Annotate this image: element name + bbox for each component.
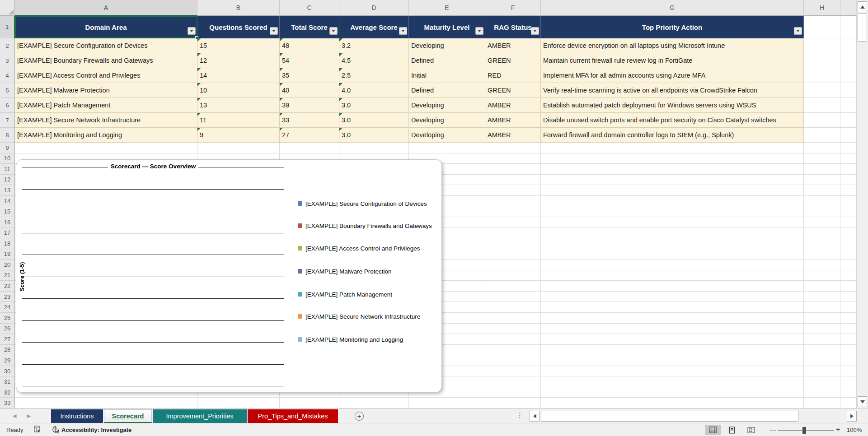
cell-H12[interactable] (804, 175, 840, 186)
sheet-tab-instructions[interactable]: Instructions (51, 409, 103, 423)
cell-x9[interactable] (840, 143, 856, 153)
zoom-level-label[interactable]: 100% (847, 427, 862, 433)
cell-G12[interactable] (541, 175, 804, 186)
cell-empty[interactable] (840, 16, 856, 38)
cell-H9[interactable] (804, 143, 840, 153)
cell-F17[interactable] (485, 227, 541, 238)
cell-B33[interactable] (197, 398, 280, 408)
cell-H29[interactable] (804, 355, 840, 366)
cell-F15[interactable] (485, 206, 541, 217)
cell-H31[interactable] (804, 376, 840, 387)
sheet-tab-pro_tips_and_mistakes[interactable]: Pro_Tips_and_Mistakes (248, 409, 338, 423)
cell-x11[interactable] (840, 164, 856, 175)
cell-G28[interactable] (541, 345, 804, 356)
column-header-B[interactable]: B (197, 0, 280, 16)
cell-D33[interactable] (339, 398, 409, 408)
cell-C5[interactable]: 40 (280, 83, 339, 98)
tab-nav-left-icon[interactable]: ◀ (13, 413, 16, 419)
row-header-3[interactable]: 3 (0, 53, 15, 68)
cell-x21[interactable] (840, 270, 856, 281)
cell-E4[interactable]: Initial (409, 68, 485, 83)
cell-empty[interactable] (840, 68, 856, 83)
accessibility-status-label[interactable]: Accessibility: Investigate (61, 427, 131, 433)
cell-D9[interactable] (339, 143, 409, 153)
cell-G9[interactable] (541, 143, 804, 153)
cell-F31[interactable] (485, 376, 541, 387)
cell-E3[interactable]: Defined (409, 53, 485, 68)
cell-H30[interactable] (804, 366, 840, 377)
row-header-9[interactable]: 9 (0, 143, 15, 153)
cell-H32[interactable] (804, 387, 840, 398)
cell-D2[interactable]: 3.2 (339, 38, 409, 53)
cell-F5[interactable]: GREEN (485, 83, 541, 98)
row-header-30[interactable]: 30 (0, 366, 15, 377)
cell-B4[interactable]: 14 (197, 68, 280, 83)
cell-G4[interactable]: Implement MFA for all admin accounts usi… (541, 68, 804, 83)
cell-C6[interactable]: 39 (280, 98, 339, 113)
row-header-5[interactable]: 5 (0, 83, 15, 98)
cell-A8[interactable]: [EXAMPLE] Monitoring and Logging (15, 128, 197, 143)
cell-x14[interactable] (840, 196, 856, 207)
cell-B5[interactable]: 10 (197, 83, 280, 98)
cell-G19[interactable] (541, 249, 804, 260)
column-header-D[interactable]: D (339, 0, 409, 16)
cell-x18[interactable] (840, 238, 856, 249)
cell-F16[interactable] (485, 217, 541, 228)
cell-E5[interactable]: Defined (409, 83, 485, 98)
macro-record-icon[interactable] (33, 426, 41, 434)
cell-F20[interactable] (485, 260, 541, 270)
cell-x25[interactable] (840, 313, 856, 324)
cell-x27[interactable] (840, 334, 856, 345)
cell-G22[interactable] (541, 281, 804, 292)
sheet-tab-scorecard[interactable]: Scorecard (104, 409, 152, 423)
cell-A3[interactable]: [EXAMPLE] Boundary Firewalls and Gateway… (15, 53, 197, 68)
cell-G7[interactable]: Disable unused switch ports and enable p… (541, 113, 804, 128)
cell-G26[interactable] (541, 324, 804, 334)
row-header-15[interactable]: 15 (0, 206, 15, 217)
cell-G25[interactable] (541, 313, 804, 324)
scroll-down-button[interactable] (858, 396, 867, 407)
cell-D4[interactable]: 2.5 (339, 68, 409, 83)
cell-B3[interactable]: 12 (197, 53, 280, 68)
cell-G15[interactable] (541, 206, 804, 217)
cell-x17[interactable] (840, 227, 856, 238)
cell-x23[interactable] (840, 292, 856, 302)
row-header-4[interactable]: 4 (0, 68, 15, 83)
column-header-H[interactable]: H (804, 0, 840, 16)
row-header-21[interactable]: 21 (0, 270, 15, 281)
row-header-23[interactable]: 23 (0, 292, 15, 302)
cell-D5[interactable]: 4.0 (339, 83, 409, 98)
cell-F24[interactable] (485, 302, 541, 313)
cell-G14[interactable] (541, 196, 804, 207)
zoom-slider-thumb[interactable] (802, 427, 806, 434)
cell-empty[interactable] (840, 53, 856, 68)
row-header-33[interactable]: 33 (0, 398, 15, 408)
cell-D6[interactable]: 3.0 (339, 98, 409, 113)
row-header-18[interactable]: 18 (0, 238, 15, 249)
cell-F22[interactable] (485, 281, 541, 292)
header-cell-F[interactable]: RAG Status (485, 16, 541, 38)
cell-B6[interactable]: 13 (197, 98, 280, 113)
cell-F7[interactable]: AMBER (485, 113, 541, 128)
row-header-32[interactable]: 32 (0, 387, 15, 398)
row-header-31[interactable]: 31 (0, 376, 15, 387)
cell-x12[interactable] (840, 175, 856, 186)
cell-A4[interactable]: [EXAMPLE] Access Control and Privileges (15, 68, 197, 83)
cell-F23[interactable] (485, 292, 541, 302)
header-cell-B[interactable]: Questions Scored (197, 16, 280, 38)
vertical-scroll-thumb[interactable] (858, 14, 867, 42)
row-header-2[interactable]: 2 (0, 38, 15, 53)
row-header-12[interactable]: 12 (0, 175, 15, 186)
cell-x19[interactable] (840, 249, 856, 260)
cell-F9[interactable] (485, 143, 541, 153)
filter-dropdown-button[interactable] (188, 27, 196, 35)
header-cell-C[interactable]: Total Score (280, 16, 339, 38)
cell-G21[interactable] (541, 270, 804, 281)
cell-H33[interactable] (804, 398, 840, 408)
chart-object[interactable]: Scorecard — Score Overview Score (1-5) [… (16, 159, 442, 393)
row-header-10[interactable]: 10 (0, 153, 15, 164)
row-header-20[interactable]: 20 (0, 260, 15, 270)
cell-H25[interactable] (804, 313, 840, 324)
cell-E9[interactable] (409, 143, 485, 153)
cell-F27[interactable] (485, 334, 541, 345)
